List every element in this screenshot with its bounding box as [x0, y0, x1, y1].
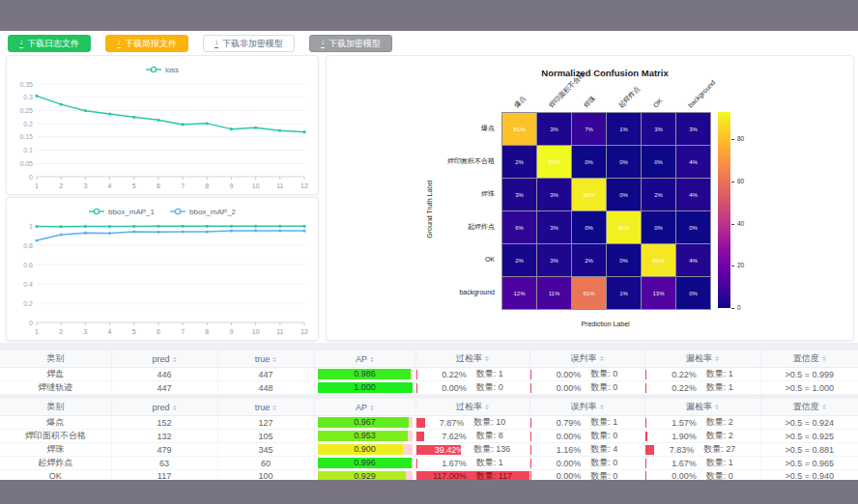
download-icon: ↓	[321, 39, 325, 48]
col-header-ap[interactable]: AP	[314, 350, 415, 368]
sort-icon[interactable]	[485, 405, 489, 409]
download-log-button[interactable]: ↓ 下载日志文件	[8, 35, 91, 52]
sort-icon[interactable]	[272, 406, 276, 410]
cell-miss-rate: 0.22%数量: 1	[644, 381, 760, 395]
svg-text:7: 7	[181, 182, 185, 189]
matrix-cell: 0%	[607, 146, 641, 178]
sort-icon[interactable]	[173, 357, 177, 362]
cell-true: 127	[217, 416, 314, 430]
cell-miss-rate: 7.83%数量: 27	[644, 443, 760, 457]
download-unencrypted-model-button[interactable]: ↓ 下载非加密模型	[203, 35, 295, 52]
sort-icon[interactable]	[715, 356, 719, 361]
matrix-col-label: background	[685, 77, 718, 110]
button-label: 下载简报文件	[125, 35, 177, 52]
legend-item-loss[interactable]: loss	[146, 66, 179, 74]
svg-text:12: 12	[300, 328, 308, 335]
col-header-over[interactable]: 过检率	[415, 399, 529, 416]
cell-category: 爆点	[0, 416, 111, 430]
sort-icon[interactable]	[173, 406, 177, 410]
matrix-xlabel: Prediction Label	[501, 321, 709, 327]
matrix-cell: 61%	[572, 277, 606, 309]
svg-text:0.2: 0.2	[23, 300, 33, 307]
cell-miss-rate: 1.57%数量: 2	[644, 416, 760, 430]
col-header-mis[interactable]: 误判率	[529, 350, 644, 368]
svg-text:1: 1	[29, 223, 33, 230]
matrix-cell: 3%	[537, 113, 571, 145]
matrix-cell: 0%	[572, 146, 606, 178]
svg-text:2: 2	[59, 182, 63, 189]
matrix-title: Normalized Confusion Matrix	[460, 68, 750, 78]
cell-over-rate: 1.67%数量: 1	[415, 457, 529, 470]
matrix-cell: 12%	[502, 277, 536, 309]
colorbar-tick	[731, 308, 734, 309]
matrix-cell: 91%	[607, 211, 641, 243]
matrix-cell: 93%	[537, 146, 571, 178]
matrix-cell: 3%	[537, 244, 571, 276]
table-header-row: 类别 pred true AP 过检率 误判率 漏检率 置信度	[0, 350, 858, 368]
svg-text:4: 4	[108, 182, 112, 189]
svg-text:0.05: 0.05	[19, 160, 33, 167]
sort-icon[interactable]	[822, 356, 826, 361]
sort-icon[interactable]	[272, 357, 276, 362]
legend-item-bbox_mAP_1[interactable]: bbox_mAP_1	[89, 208, 155, 216]
sort-icon[interactable]	[715, 405, 719, 409]
cell-true: 60	[217, 457, 314, 470]
cell-ap: 0.900	[314, 443, 415, 457]
matrix-cell: 0%	[642, 146, 675, 178]
sort-icon[interactable]	[370, 406, 374, 410]
cell-over-rate: 7.87%数量: 10	[415, 416, 529, 430]
col-header-mis[interactable]: 误判率	[529, 399, 644, 416]
col-header-pred[interactable]: pred	[111, 350, 217, 368]
col-header-conf[interactable]: 置信度	[760, 399, 858, 416]
sort-icon[interactable]	[485, 356, 489, 361]
cell-over-rate: 0.00%数量: 0	[415, 381, 529, 395]
cell-confidence: >0.5 = 0.965	[760, 457, 858, 470]
matrix-row-label: 焊印面积不合格	[406, 145, 495, 177]
col-header-conf[interactable]: 置信度	[760, 350, 858, 368]
colorbar-tick	[731, 182, 734, 182]
matrix-col-label: 焊珠	[581, 93, 598, 110]
table-row: 焊珠4793450.90039.42%数量: 1361.16%数量: 47.83…	[0, 443, 858, 457]
sort-icon[interactable]	[600, 405, 604, 409]
download-encrypted-model-button[interactable]: ↓ 下载加密模型	[309, 35, 392, 52]
svg-text:0.8: 0.8	[23, 242, 33, 249]
cell-true: 447	[217, 368, 314, 381]
col-header-over[interactable]: 过检率	[415, 350, 529, 368]
loss-chart-legend: loss	[7, 56, 318, 76]
col-header-ap[interactable]: AP	[314, 399, 415, 416]
colorbar-tick-label: 60	[737, 178, 744, 184]
sort-icon[interactable]	[600, 356, 604, 361]
col-header-pred[interactable]: pred	[111, 399, 217, 416]
loss-chart-card: loss 00.050.10.150.20.250.30.35123456789…	[6, 55, 319, 195]
legend-item-bbox_mAP_2[interactable]: bbox_mAP_2	[170, 208, 236, 216]
col-header-miss[interactable]: 漏检率	[644, 350, 760, 368]
matrix-col-label: 起焊炸点	[615, 83, 643, 110]
button-label: 下载加密模型	[329, 35, 381, 52]
detail-table-2: 类别 pred true AP 过检率 误判率 漏检率 置信度 爆点152127…	[0, 399, 858, 484]
svg-text:0.3: 0.3	[23, 94, 33, 100]
col-header-miss[interactable]: 漏检率	[644, 399, 760, 416]
svg-text:8: 8	[205, 182, 209, 189]
svg-text:9: 9	[230, 182, 234, 189]
cell-pred: 63	[111, 457, 217, 470]
col-header-true[interactable]: true	[217, 399, 314, 416]
svg-text:11: 11	[276, 182, 283, 189]
download-report-button[interactable]: ↓ 下载简报文件	[105, 35, 188, 52]
col-header-true[interactable]: true	[217, 350, 314, 368]
table-row: 起焊炸点63600.9961.67%数量: 10.00%数量: 01.67%数量…	[0, 457, 858, 470]
download-icon: ↓	[117, 39, 121, 48]
cell-ap: 0.986	[314, 368, 415, 381]
cell-mis-rate: 0.00%数量: 0	[529, 368, 644, 381]
sort-icon[interactable]	[822, 405, 826, 409]
matrix-cell: 0%	[676, 211, 710, 243]
svg-text:0.2: 0.2	[23, 121, 33, 127]
download-icon: ↓	[19, 39, 23, 48]
cell-over-rate: 0.22%数量: 1	[415, 368, 529, 381]
matrix-cell: 90%	[572, 179, 606, 210]
window-chrome-bottom	[0, 480, 858, 504]
svg-text:0.1: 0.1	[23, 147, 33, 154]
sort-icon[interactable]	[370, 357, 374, 362]
svg-text:6: 6	[157, 182, 160, 189]
cell-category: 焊印面积不合格	[0, 430, 111, 443]
matrix-cell: 2%	[502, 244, 536, 276]
